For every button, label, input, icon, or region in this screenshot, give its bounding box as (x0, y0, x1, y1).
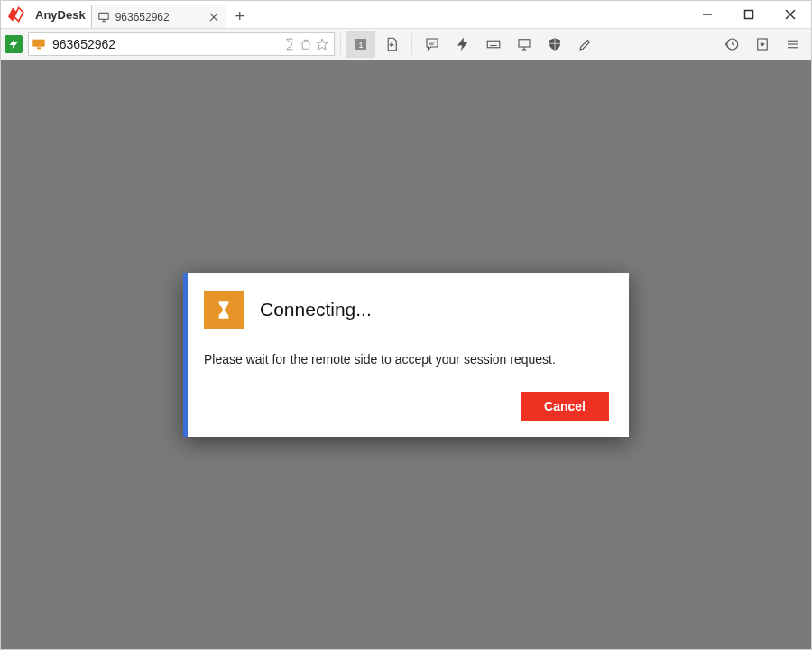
file-arrow-icon (383, 36, 400, 52)
svg-rect-20 (487, 41, 500, 48)
whiteboard-button[interactable] (571, 31, 600, 58)
install-button[interactable] (748, 31, 777, 58)
maximize-icon (743, 9, 754, 20)
titlebar: AnyDesk 963652962 + (1, 1, 811, 28)
cancel-button[interactable]: Cancel (521, 392, 609, 421)
minimize-button[interactable] (687, 1, 728, 28)
svg-rect-13 (37, 47, 41, 49)
window-controls (687, 1, 811, 28)
svg-rect-27 (519, 40, 530, 47)
svg-rect-12 (32, 40, 44, 47)
favorite-icon[interactable] (316, 38, 328, 51)
address-bar[interactable] (28, 32, 335, 56)
close-icon (785, 9, 796, 20)
permissions-button[interactable] (540, 31, 569, 58)
history-button[interactable] (717, 31, 746, 58)
dialog-message: Please wait for the remote side to accep… (204, 352, 609, 367)
shield-icon (547, 36, 563, 52)
close-icon[interactable] (208, 11, 220, 23)
monitor-icon (29, 38, 49, 51)
hamburger-icon (785, 36, 801, 52)
maximize-button[interactable] (728, 1, 770, 28)
minimize-icon (702, 9, 713, 20)
display-select-button[interactable]: 1 (346, 31, 375, 58)
svg-marker-1 (14, 8, 23, 22)
monitor-icon (516, 36, 532, 52)
connecting-dialog: Connecting... Please wait for the remote… (183, 273, 629, 437)
address-input[interactable] (49, 37, 283, 51)
anydesk-logo-icon (8, 5, 26, 23)
display-settings-button[interactable] (510, 31, 539, 58)
pen-icon (577, 36, 594, 52)
svg-marker-11 (10, 40, 18, 49)
file-transfer-button[interactable] (377, 31, 406, 58)
hourglass-icon (283, 38, 296, 51)
history-icon (724, 36, 740, 52)
menu-button[interactable] (779, 31, 807, 58)
svg-marker-19 (457, 38, 468, 51)
download-icon (754, 36, 770, 52)
actions-button[interactable] (448, 31, 477, 58)
hourglass-monitor-icon (204, 291, 244, 329)
connection-status-icon (5, 35, 23, 53)
divider (340, 33, 341, 55)
svg-text:1: 1 (358, 41, 363, 50)
new-tab-button[interactable]: + (226, 7, 254, 26)
chat-icon (424, 36, 440, 52)
app-logo (1, 1, 33, 28)
tab-label: 963652962 (115, 11, 170, 23)
remote-view: Connecting... Please wait for the remote… (1, 60, 811, 649)
session-tab[interactable]: 963652962 (91, 5, 226, 28)
toolbar: 1 (1, 28, 811, 60)
svg-rect-2 (98, 13, 108, 19)
trash-icon[interactable] (300, 38, 312, 51)
chat-button[interactable] (418, 31, 447, 58)
dialog-title: Connecting... (260, 299, 372, 320)
close-button[interactable] (770, 1, 811, 28)
monitor-icon (97, 11, 110, 23)
svg-marker-14 (317, 39, 328, 50)
lightning-icon (455, 36, 471, 52)
svg-rect-8 (745, 11, 753, 19)
display-number-icon: 1 (353, 36, 369, 52)
keyboard-icon (485, 36, 502, 52)
divider (411, 33, 412, 55)
app-name: AnyDesk (35, 8, 86, 22)
keyboard-button[interactable] (479, 31, 508, 58)
